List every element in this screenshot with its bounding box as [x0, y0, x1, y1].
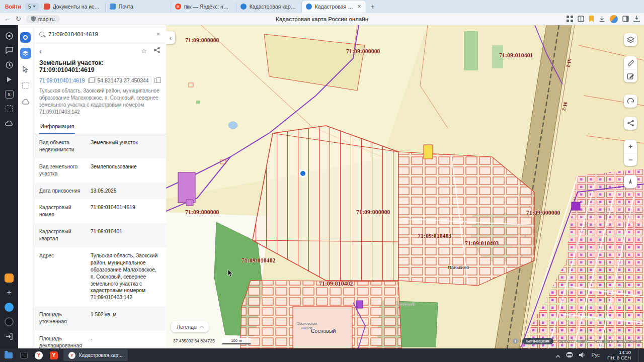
alice-icon[interactable]: [3, 29, 16, 42]
history-icon[interactable]: [3, 58, 16, 71]
copy-icon[interactable]: [88, 78, 92, 83]
zoom-out-button[interactable]: −: [624, 153, 637, 166]
map-base-layer: М-2 М-2: [166, 25, 644, 348]
layers-button[interactable]: [624, 33, 637, 46]
tab-title: Кадастровая карта Росс: [250, 4, 296, 10]
edit-button[interactable]: [624, 69, 637, 82]
legend-button[interactable]: Легенда: [171, 321, 209, 332]
search-input[interactable]: [48, 31, 152, 37]
map-share-button[interactable]: [624, 117, 637, 130]
panel-collapse-button[interactable]: ‹: [166, 31, 175, 44]
sidebar-toggle-icon[interactable]: [622, 16, 629, 22]
rail-cloud-icon[interactable]: [20, 96, 31, 107]
tab-documents[interactable]: Документы на исполнен: [40, 1, 104, 12]
download-tray-icon[interactable]: [633, 16, 640, 22]
clock-time: 14:10: [619, 350, 631, 355]
quarter-label[interactable]: 71:09:010402: [319, 281, 353, 287]
profile-circle-icon[interactable]: [3, 315, 16, 328]
browser-tabbar: Войти 5 Документы на исполнен Почта Я пк…: [0, 0, 644, 13]
reset-rotation-button[interactable]: [624, 95, 637, 108]
quarter-label[interactable]: 71:09:000000: [185, 209, 219, 215]
chats-icon[interactable]: [3, 44, 16, 57]
favorite-star-icon[interactable]: ☆: [141, 47, 147, 55]
tab-close-icon[interactable]: ×: [357, 4, 362, 10]
tab-group-counter[interactable]: 5: [25, 3, 39, 11]
geolocation-button[interactable]: [624, 175, 637, 188]
keyboard-layout-indicator[interactable]: Рус: [591, 352, 600, 358]
quarter-label[interactable]: 71:09:000000: [185, 37, 219, 43]
system-tray: Рус 14:10 ПН, 8 СЕН: [555, 348, 641, 362]
yandex-favicon-icon: Я: [175, 4, 181, 10]
tray-expand-icon[interactable]: [555, 351, 560, 360]
map-favicon-icon: [306, 4, 312, 10]
tab-mail[interactable]: Почта: [105, 1, 170, 12]
tab-cadastral-map-1[interactable]: Кадастровая карта Росс: [236, 1, 300, 12]
pointer-tool-icon[interactable]: [20, 64, 31, 75]
show-desktop-button[interactable]: [638, 348, 641, 362]
map-canvas[interactable]: М-2 М-2 71:09:000000 71:09:000000 71:09:…: [166, 25, 644, 348]
tab-information[interactable]: Информация: [39, 120, 75, 134]
browser-y-red-icon[interactable]: Y: [48, 350, 59, 361]
quarter-label[interactable]: 71:09:010403: [418, 233, 452, 239]
terminal-icon[interactable]: >_: [18, 350, 29, 361]
panel-actions: ‹ ☆: [33, 43, 166, 58]
tab-title: Кадастровая карта Ро: [315, 4, 354, 10]
notes-badge[interactable]: 5: [3, 87, 16, 101]
quarter-label[interactable]: 71:09:000000: [346, 48, 380, 54]
reload-icon[interactable]: ↻: [16, 16, 21, 22]
addressbar-actions: [567, 15, 640, 23]
pkk-logo-icon[interactable]: [20, 32, 31, 43]
cloud-icon[interactable]: [3, 117, 16, 130]
bookmark-flag-icon[interactable]: [589, 16, 594, 22]
cursor-coordinates: 37.435002 54.824725: [173, 338, 215, 343]
panel-back-icon[interactable]: ‹: [39, 47, 42, 55]
copyright-text: Карты © Яндекс: [557, 339, 590, 344]
profile-avatar[interactable]: [610, 15, 618, 23]
quarter-label[interactable]: 71:09:010403: [465, 240, 499, 246]
browser-y-white-icon[interactable]: Y: [33, 350, 44, 361]
beta-badge: Бета-версия: [522, 338, 553, 344]
quarter-label[interactable]: 71:09:010402: [242, 257, 276, 263]
screenshot-icon[interactable]: [3, 102, 16, 115]
add-panel-icon[interactable]: +: [3, 286, 16, 299]
downloads-icon[interactable]: [599, 16, 605, 22]
yandex-services-icon[interactable]: [3, 272, 16, 285]
zoom-in-button[interactable]: +: [624, 140, 637, 153]
back-icon[interactable]: ←: [4, 16, 11, 22]
place-label-novy: НОВЫЙ: [396, 302, 416, 307]
protect-shield-icon: [31, 16, 36, 22]
apps-grid-icon[interactable]: [567, 16, 573, 22]
collections-icon[interactable]: [578, 16, 584, 22]
table-row: Площадь декларированная-: [33, 330, 166, 348]
quarter-label[interactable]: 71:09:000000: [356, 209, 390, 215]
printer-icon[interactable]: [566, 351, 573, 360]
tab-yandex-search[interactable]: Я пкк — Яндекс: нашлось: [171, 1, 235, 12]
measure-area-icon[interactable]: [20, 80, 31, 91]
desktop: Войти 5 Документы на исполнен Почта Я пк…: [0, 0, 644, 362]
page-title: Кадастровая карта России онлайн: [0, 16, 644, 22]
active-window-button[interactable]: Y Кадастровая кар...: [63, 349, 128, 361]
sidebar-exit-icon[interactable]: [3, 330, 16, 343]
info-icon[interactable]: i: [513, 338, 518, 344]
file-manager-icon[interactable]: [3, 350, 14, 361]
taskbar-clock[interactable]: 14:10 ПН, 8 СЕН: [607, 350, 631, 361]
volume-icon[interactable]: [579, 351, 586, 360]
terms-link[interactable]: Условия использования: [594, 339, 641, 344]
tab-cadastral-map-active[interactable]: Кадастровая карта Ро ×: [301, 1, 366, 13]
tab-title: Почта: [119, 4, 166, 10]
new-tab-button[interactable]: +: [367, 3, 379, 11]
place-label-pankino: Панькино: [448, 264, 469, 270]
site-address-pill[interactable]: map.ru: [26, 15, 60, 23]
clear-search-icon[interactable]: ×: [156, 30, 160, 38]
video-icon[interactable]: [3, 73, 16, 86]
alice-app-icon[interactable]: [3, 301, 16, 314]
copy-icon[interactable]: [154, 78, 158, 83]
share-icon[interactable]: [154, 46, 160, 55]
browser-login-button[interactable]: Войти: [2, 4, 24, 10]
object-title: Земельный участок: 71:09:010401:4619: [33, 58, 166, 76]
ruler-button[interactable]: [624, 56, 637, 69]
cadastral-number-link[interactable]: 71:09:010401:4619: [39, 77, 85, 83]
search-tool-button[interactable]: [20, 48, 31, 59]
quarter-label[interactable]: 71:09:000000: [526, 210, 560, 216]
quarter-label[interactable]: 71:09:010401: [499, 52, 533, 58]
